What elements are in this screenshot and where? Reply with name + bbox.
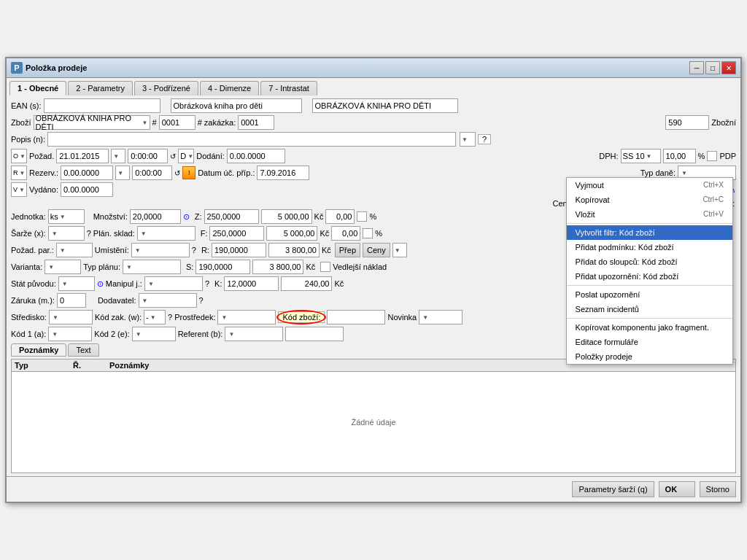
f-celkem-input[interactable]	[266, 226, 317, 241]
stat-link[interactable]: ⊙	[97, 279, 104, 289]
k-celkem-input[interactable]	[281, 276, 332, 291]
context-menu-copy-fragment[interactable]: Kopírovat komponentu jako fragment.	[567, 320, 732, 335]
kod1-dropdown[interactable]: ▼	[48, 327, 92, 341]
zakazka-input[interactable]	[238, 115, 274, 130]
prep-button[interactable]: Přep	[335, 243, 360, 257]
mnozstvi-link[interactable]: ⊙	[183, 212, 190, 222]
s-celkem-input[interactable]	[252, 260, 303, 274]
dodavatel-help[interactable]: ?	[199, 296, 204, 305]
rezerv-dropdown[interactable]: ▼	[115, 166, 130, 180]
tab-subordinate[interactable]: 3 - Podřízené	[134, 81, 198, 96]
jednotka-dropdown[interactable]: ks ▼	[48, 209, 85, 224]
z-sleva-input[interactable]	[325, 209, 355, 224]
inner-tab-text[interactable]: Text	[68, 343, 98, 357]
refresh-icon-2[interactable]: ↺	[174, 169, 180, 177]
context-menu-edit-form[interactable]: Editace formuláře	[567, 335, 732, 349]
plan-sklad-dropdown[interactable]: ▼	[137, 226, 196, 241]
popis-help[interactable]: ?	[478, 134, 491, 144]
z-checkbox[interactable]	[357, 211, 367, 222]
o-dropdown[interactable]: O▼	[11, 149, 27, 163]
rezerv-input[interactable]	[61, 166, 113, 180]
referent-input[interactable]	[285, 327, 344, 341]
ok-button[interactable]: OK	[659, 481, 695, 497]
pdp-checkbox[interactable]	[707, 151, 717, 161]
close-button[interactable]: ✕	[721, 61, 736, 74]
image-title-input[interactable]	[171, 98, 302, 113]
pozad-date-dropdown[interactable]: ▼	[111, 149, 125, 163]
context-menu-add-alert[interactable]: Přidat upozornění: Kód zboží	[567, 269, 732, 284]
context-menu-add-condition[interactable]: Přidat podmínku: Kód zboží	[567, 240, 732, 254]
context-menu-cut[interactable]: Vyjmout Ctrl+X	[567, 178, 732, 192]
tab-dimension[interactable]: 4 - Dimenze	[200, 81, 259, 96]
context-menu-paste[interactable]: Vložit Ctrl+V	[567, 207, 732, 222]
z-celkem-input[interactable]	[261, 209, 312, 224]
r-cena-input[interactable]	[212, 243, 266, 257]
ceny-button[interactable]: Ceny	[363, 243, 390, 257]
dodavatel-dropdown[interactable]: ▼	[139, 293, 197, 308]
typ-planu-dropdown[interactable]: ▼	[123, 260, 181, 274]
tab-intrastat[interactable]: 7 - Intrastat	[260, 81, 317, 96]
s-cena-input[interactable]	[196, 260, 250, 274]
sarze-dropdown[interactable]: ▼	[48, 226, 85, 241]
orange-btn[interactable]: !	[182, 166, 196, 179]
tab-params[interactable]: 2 - Parametry	[68, 81, 133, 96]
hash-input[interactable]	[159, 115, 196, 130]
datum-input[interactable]	[257, 166, 309, 180]
context-menu-incidents[interactable]: Seznam incidentů	[567, 302, 732, 316]
umisteni-dropdown[interactable]: ▼	[131, 243, 190, 257]
novinka-dropdown[interactable]: ▼	[419, 310, 462, 324]
context-menu-copy[interactable]: Kopírovat Ctrl+C	[567, 192, 732, 207]
restore-button[interactable]: □	[705, 61, 720, 74]
minimize-button[interactable]: ─	[689, 61, 704, 74]
manipul-dropdown[interactable]: ▼	[144, 276, 203, 291]
f-checkbox[interactable]	[363, 228, 373, 238]
dph-pct-input[interactable]	[663, 149, 696, 163]
ceny-dropdown[interactable]: ▼	[392, 243, 407, 257]
sarze-help[interactable]: ?	[87, 229, 91, 238]
manipul-help[interactable]: ?	[205, 279, 209, 288]
dph-dropdown[interactable]: SS 10 ▼	[621, 149, 661, 163]
f-sleva-input[interactable]	[331, 226, 360, 241]
umisteni-help[interactable]: ?	[192, 246, 196, 254]
storno-button[interactable]: Storno	[700, 481, 736, 497]
pozad-date-input[interactable]	[56, 149, 109, 163]
dodani-input[interactable]	[227, 149, 285, 163]
k-cena-input[interactable]	[224, 276, 279, 291]
tab-general[interactable]: 1 - Obecné	[9, 81, 66, 96]
prostredek-dropdown[interactable]: ▼	[217, 310, 276, 324]
varianta-dropdown[interactable]: ▼	[44, 260, 81, 274]
zbozi-dropdown[interactable]: OBRÁZKOVÁ KNIHA PRO DĚTI ▼	[34, 115, 150, 130]
context-menu-create-filter[interactable]: Vytvořit filtr: Kód zboží	[567, 225, 732, 240]
kod-zbozi-input[interactable]	[327, 310, 385, 324]
popis-input[interactable]	[47, 132, 456, 147]
kod2-dropdown[interactable]: ▼	[132, 327, 176, 341]
context-menu-polozky[interactable]: Položky prodeje	[567, 349, 732, 364]
ean-input[interactable]	[44, 98, 160, 113]
kod-zak-help[interactable]: ?	[168, 313, 172, 322]
params-sarze-button[interactable]: Parametry šarží (q)	[572, 481, 654, 497]
referent-dropdown[interactable]: ▼	[225, 327, 283, 341]
refresh-icon-1[interactable]: ↺	[170, 152, 176, 160]
vydano-input[interactable]	[61, 182, 113, 197]
mnozstvi-input[interactable]	[130, 209, 181, 224]
popis-dropdown[interactable]: ▼	[460, 132, 476, 147]
image-title2-input[interactable]	[312, 98, 458, 113]
stat-dropdown[interactable]: ▼	[58, 276, 95, 291]
vedlejsi-checkbox[interactable]	[320, 262, 330, 272]
pozad-time-input[interactable]	[128, 149, 168, 163]
kod-zak-dropdown[interactable]: - ▼	[144, 310, 166, 324]
context-menu-add-column[interactable]: Přidat do sloupců: Kód zboží	[567, 254, 732, 269]
zaruka-input[interactable]	[57, 293, 86, 308]
d-dropdown[interactable]: D▼	[178, 149, 194, 163]
num590-input[interactable]	[665, 115, 709, 130]
context-menu-send-alert[interactable]: Poslat upozornění	[567, 287, 732, 302]
r-celkem-input[interactable]	[268, 243, 320, 257]
z-cena-input[interactable]	[204, 209, 259, 224]
stredisko-dropdown[interactable]: ▼	[49, 310, 93, 324]
rezerv-time-input[interactable]	[132, 166, 172, 180]
r-dropdown[interactable]: R▼	[11, 166, 27, 180]
v-dropdown[interactable]: V▼	[11, 182, 27, 197]
inner-tab-poznamky[interactable]: Poznámky	[11, 343, 66, 357]
pozad-par-dropdown[interactable]: ▼	[56, 243, 93, 257]
kod-zbozi-label-btn[interactable]: Kód zboží:	[278, 311, 325, 323]
